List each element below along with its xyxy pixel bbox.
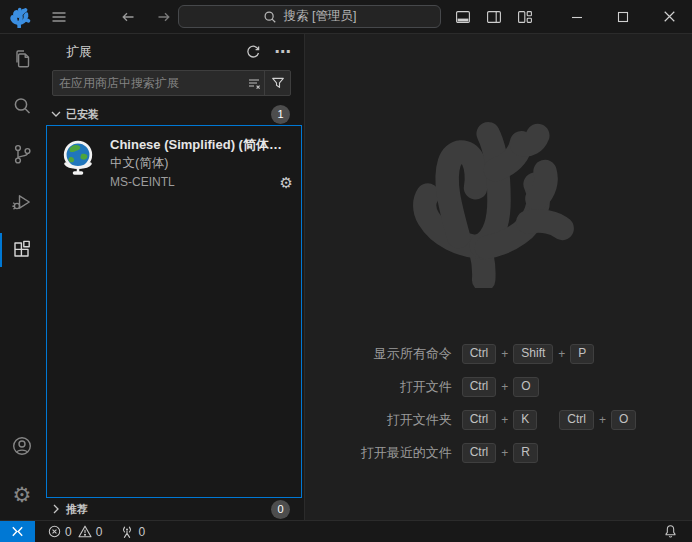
run-debug-icon[interactable] [0, 178, 44, 226]
maximize-icon[interactable] [600, 0, 646, 33]
ports-count: 0 [138, 525, 145, 539]
shortcut-label: 打开最近的文件 [361, 444, 452, 462]
filter-funnel-icon[interactable] [264, 71, 290, 95]
customize-layout-icon[interactable] [511, 5, 538, 29]
clear-search-icon[interactable] [244, 73, 264, 93]
titlebar-right [418, 0, 692, 33]
more-actions-icon[interactable]: ⋯ [272, 41, 294, 63]
extension-manage-gear-icon[interactable]: ⚙ [280, 175, 293, 190]
window-controls [554, 0, 692, 33]
toggle-secondary-sidebar-icon[interactable] [480, 5, 507, 29]
key-cap: Ctrl [462, 443, 497, 463]
extensions-sidebar: 扩展 ⋯ [44, 34, 305, 520]
extensions-search-input[interactable] [53, 76, 244, 90]
shortcut-label: 显示所有命令 [374, 345, 452, 363]
remote-icon [10, 524, 25, 539]
key-cap: O [513, 377, 538, 397]
extension-publisher: MS-CEINTL [110, 173, 175, 192]
chevron-right-icon [48, 501, 64, 517]
key-cap: Shift [513, 344, 553, 364]
command-center-label: 搜索 [管理员] [284, 8, 357, 25]
activity-bar-bottom: ⚙ [0, 422, 44, 520]
forward-arrow-icon[interactable] [152, 5, 176, 29]
chevron-down-icon [48, 106, 64, 122]
installed-label: 已安装 [66, 107, 99, 122]
error-count: 0 [65, 525, 72, 539]
activity-bar: ⚙ [0, 34, 44, 520]
shortcut-label: 打开文件夹 [387, 411, 452, 429]
key-cap: R [513, 443, 538, 463]
sidebar-title: 扩展 [66, 43, 92, 61]
plus-separator: + [599, 413, 606, 427]
shortcut-list: 显示所有命令Ctrl+Shift+P打开文件Ctrl+O打开文件夹Ctrl+KC… [361, 344, 637, 463]
shortcut-keys: Ctrl+KCtrl+O [462, 410, 637, 430]
close-icon[interactable] [646, 0, 692, 33]
plus-separator: + [501, 347, 508, 361]
sidebar-header: 扩展 ⋯ [44, 34, 304, 69]
titlebar: 搜索 [管理员] [0, 0, 692, 34]
plus-separator: + [501, 380, 508, 394]
accounts-icon[interactable] [0, 422, 44, 470]
recommended-label: 推荐 [66, 502, 88, 517]
key-cap: Ctrl [462, 344, 497, 364]
extension-description: 中文(简体) [110, 154, 293, 173]
key-cap: P [570, 344, 594, 364]
section-installed[interactable]: 已安装 1 [44, 103, 304, 125]
search-view-icon[interactable] [0, 82, 44, 130]
search-icon [263, 10, 277, 24]
extension-globe-icon [57, 137, 99, 179]
refresh-icon[interactable] [242, 41, 264, 63]
installed-count-badge: 1 [271, 105, 290, 124]
watermark-logo [404, 103, 594, 288]
key-cap: O [611, 410, 636, 430]
extension-text: Chinese (Simplified) (简体… 中文(简体) MS-CEIN… [110, 135, 293, 192]
history-nav [116, 5, 176, 29]
sidebar-actions: ⋯ [242, 41, 294, 63]
command-center-search[interactable]: 搜索 [管理员] [178, 5, 441, 28]
shortcut-keys: Ctrl+R [462, 443, 637, 463]
section-recommended[interactable]: 推荐 0 [44, 498, 304, 520]
key-cap: Ctrl [462, 377, 497, 397]
shortcut-keys: Ctrl+Shift+P [462, 344, 637, 364]
remote-indicator[interactable] [0, 521, 35, 542]
minimize-icon[interactable] [554, 0, 600, 33]
extensions-search-box [52, 70, 291, 96]
warning-count: 0 [96, 525, 103, 539]
key-cap: Ctrl [462, 410, 497, 430]
settings-gear-icon[interactable]: ⚙ [0, 470, 44, 518]
key-cap: Ctrl [559, 410, 594, 430]
extensions-view-icon[interactable] [0, 226, 44, 274]
problems-indicator[interactable]: 0 0 [45, 521, 107, 542]
shortcut-keys: Ctrl+O [462, 377, 637, 397]
vscode-window: 搜索 [管理员] [0, 0, 692, 542]
plus-separator: + [501, 413, 508, 427]
notifications-bell-icon[interactable] [658, 521, 682, 542]
plus-separator: + [501, 446, 508, 460]
menu-icon[interactable] [46, 4, 72, 30]
back-arrow-icon[interactable] [116, 5, 140, 29]
source-control-icon[interactable] [0, 130, 44, 178]
plus-separator: + [558, 347, 565, 361]
status-bar: 0 0 0 [0, 520, 692, 542]
extension-meta: MS-CEINTL ⚙ [110, 173, 293, 192]
warning-icon [78, 525, 92, 538]
recommended-count-badge: 0 [271, 500, 290, 519]
radio-tower-icon [120, 525, 134, 539]
workbench-body: ⚙ 扩展 ⋯ [0, 34, 692, 520]
error-icon [48, 525, 61, 538]
ports-indicator[interactable]: 0 [117, 521, 150, 542]
app-logo-icon [10, 6, 32, 28]
shortcut-label: 打开文件 [400, 378, 452, 396]
extension-name: Chinese (Simplified) (简体… [110, 135, 293, 154]
key-cap: K [513, 410, 537, 430]
explorer-icon[interactable] [0, 34, 44, 82]
editor-area: 显示所有命令Ctrl+Shift+P打开文件Ctrl+O打开文件夹Ctrl+KC… [305, 34, 692, 520]
installed-extensions-list: Chinese (Simplified) (简体… 中文(简体) MS-CEIN… [46, 125, 302, 498]
toggle-panel-icon[interactable] [449, 5, 476, 29]
extension-list-item[interactable]: Chinese (Simplified) (简体… 中文(简体) MS-CEIN… [47, 126, 301, 200]
